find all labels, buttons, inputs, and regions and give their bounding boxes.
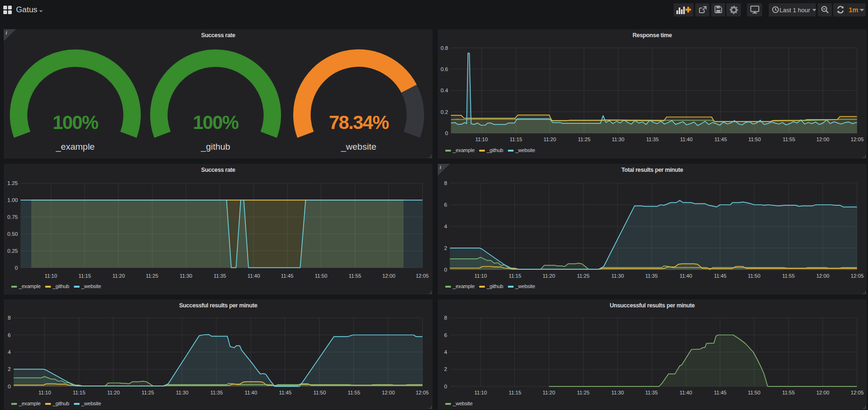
svg-text:_github: _github bbox=[201, 142, 230, 152]
svg-text:100%: 100% bbox=[53, 112, 98, 133]
svg-text:_website: _website bbox=[341, 142, 377, 152]
svg-text:100%: 100% bbox=[193, 112, 239, 133]
svg-text:_example: _example bbox=[56, 142, 95, 152]
svg-text:78.34%: 78.34% bbox=[329, 112, 389, 133]
